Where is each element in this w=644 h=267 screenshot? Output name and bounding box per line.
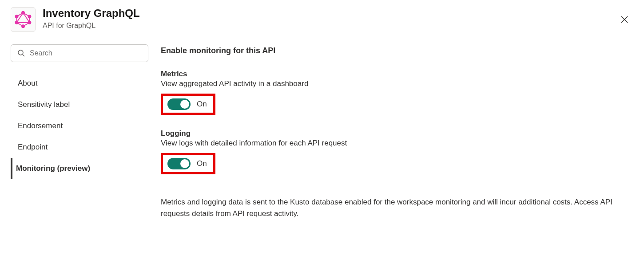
footer-note: Metrics and logging data is sent to the … bbox=[161, 196, 627, 219]
logging-toggle-label: On bbox=[197, 159, 207, 168]
metrics-description: View aggregated API activity in a dashbo… bbox=[161, 79, 627, 88]
metrics-toggle[interactable] bbox=[167, 98, 191, 110]
svg-line-9 bbox=[23, 55, 24, 56]
svg-point-4 bbox=[16, 21, 18, 24]
metrics-toggle-highlight: On bbox=[161, 94, 215, 115]
logging-title: Logging bbox=[161, 129, 627, 138]
page-subtitle: API for GraphQL bbox=[43, 22, 633, 30]
panel-header: Inventory GraphQL API for GraphQL bbox=[11, 7, 633, 32]
logging-toggle[interactable] bbox=[167, 158, 191, 169]
page-title: Inventory GraphQL bbox=[43, 7, 633, 20]
main-content: Enable monitoring for this API Metrics V… bbox=[161, 44, 627, 219]
search-icon bbox=[17, 49, 25, 57]
graphql-icon bbox=[11, 7, 36, 32]
close-button[interactable] bbox=[617, 12, 632, 27]
sidebar: About Sensitivity label Endorsement Endp… bbox=[11, 44, 148, 219]
sidebar-item-sensitivity-label[interactable]: Sensitivity label bbox=[11, 94, 148, 115]
toggle-knob bbox=[180, 100, 189, 109]
toggle-knob bbox=[180, 159, 189, 168]
metrics-title: Metrics bbox=[161, 70, 627, 79]
search-input[interactable] bbox=[30, 49, 142, 57]
logging-toggle-highlight: On bbox=[161, 153, 215, 174]
main-heading: Enable monitoring for this API bbox=[161, 46, 627, 55]
sidebar-item-about[interactable]: About bbox=[11, 73, 148, 94]
logging-description: View logs with detailed information for … bbox=[161, 139, 627, 148]
search-input-wrapper[interactable] bbox=[11, 44, 148, 62]
close-icon bbox=[620, 16, 628, 24]
svg-point-3 bbox=[22, 25, 24, 27]
sidebar-item-monitoring[interactable]: Monitoring (preview) bbox=[11, 158, 148, 179]
svg-point-8 bbox=[18, 50, 23, 55]
svg-point-1 bbox=[28, 15, 31, 18]
svg-point-0 bbox=[22, 12, 24, 14]
svg-point-5 bbox=[16, 15, 18, 18]
sidebar-item-endpoint[interactable]: Endpoint bbox=[11, 137, 148, 158]
metrics-toggle-label: On bbox=[197, 100, 207, 109]
sidebar-item-endorsement[interactable]: Endorsement bbox=[11, 115, 148, 137]
svg-point-2 bbox=[28, 21, 31, 24]
